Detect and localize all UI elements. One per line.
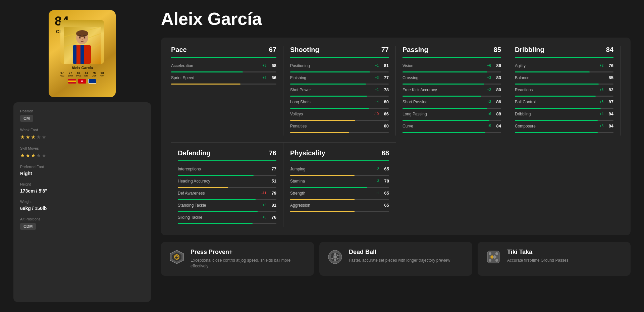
stat-value: 68: [269, 63, 276, 68]
stat-category-dribbling: Dribbling84Agility+276Balance85Reactions…: [508, 46, 621, 136]
card-stat-dri: 84 DRI: [84, 71, 88, 77]
stat-name: Vision: [402, 63, 479, 68]
playstyle-desc-2: Accurate first-time Ground Passes: [507, 258, 569, 263]
stat-item: Long Passing+688: [402, 111, 501, 121]
stat-bar-container: [290, 211, 389, 212]
position-badge: CM: [20, 115, 33, 122]
height-value: 173cm / 5'8": [20, 188, 144, 194]
info-alt-positions: Alt Positions CDM: [20, 217, 144, 230]
stat-name: Stamina: [290, 179, 367, 184]
playstyle-info-0: Press Proven+Exceptional close control a…: [191, 249, 307, 269]
stat-bar-container: [515, 108, 613, 109]
cat-name-pace: Pace: [171, 46, 187, 54]
cat-value-shooting: 77: [381, 46, 389, 54]
stat-modifier: +2: [370, 167, 379, 171]
playstyles-panel: ⬡ Press Proven+Exceptional close control…: [161, 242, 631, 276]
stat-bar: [178, 223, 253, 224]
stat-item: Aggression65: [290, 203, 389, 212]
stat-name: Balance: [515, 75, 591, 80]
stat-modifier: +3: [257, 64, 266, 67]
stat-modifier: +3: [370, 179, 379, 183]
stat-bar-container: [290, 108, 389, 109]
stat-bar-container: [515, 120, 613, 121]
stat-bar: [290, 96, 367, 97]
stat-bar-container: [402, 71, 501, 72]
stat-value: 78: [381, 87, 389, 92]
stat-item: Curve+584: [402, 123, 501, 133]
card-stat-pas: 85 PAS: [76, 71, 81, 77]
stat-value: 51: [269, 178, 276, 184]
card-stats-row: 67 PAC 77 SHO 85 PAS 84 DRI 76 DEF: [60, 71, 105, 77]
stat-bar: [515, 120, 598, 121]
stat-bar: [290, 132, 349, 133]
stat-name: Crossing: [402, 75, 479, 80]
stat-value: 81: [381, 63, 389, 68]
stat-bar: [178, 175, 254, 176]
player-name-header: Aleix García: [161, 10, 631, 31]
cat-name-shooting: Shooting: [290, 46, 319, 54]
preferred-foot-label: Preferred Foot: [20, 165, 144, 169]
stat-name: Agility: [515, 63, 591, 68]
stat-item: Sliding Tackle+676: [178, 215, 276, 224]
stat-modifier: +4: [594, 112, 603, 116]
stat-bar-container: [290, 96, 389, 97]
stat-bar-container: [171, 84, 276, 85]
stat-value: 85: [606, 75, 613, 80]
stat-value: 65: [382, 203, 389, 208]
stat-category-pace: Pace67Acceleration+368Sprint Speed+666: [171, 46, 283, 136]
weight-label: Weight: [20, 200, 144, 204]
flag-bundesliga: B: [78, 79, 86, 84]
stat-bar-container: [290, 175, 389, 176]
stat-value: 84: [494, 123, 501, 128]
position-label: Position: [20, 109, 144, 113]
stat-bar: [178, 199, 256, 200]
stat-category-physicality: Physicality68Jumping+265Stamina+378Stren…: [283, 142, 396, 227]
stat-bar-container: [178, 223, 276, 224]
stat-value: 66: [269, 75, 276, 80]
stat-name: Acceleration: [171, 63, 254, 68]
stat-item: Vision+686: [402, 63, 501, 72]
stat-item: Interceptions77: [178, 166, 276, 176]
left-panel: 84 CM: [13, 10, 151, 302]
cat-value-defending: 76: [269, 149, 276, 157]
weight-value: 68kg / 150lb: [20, 206, 144, 211]
card-flags: B: [68, 79, 96, 84]
stat-item: Shot Power+178: [290, 87, 389, 97]
stat-bar-container: [171, 71, 276, 72]
stat-name: Volleys: [290, 112, 367, 116]
skill-moves-label: Skill Moves: [20, 146, 144, 150]
playstyle-name-0: Press Proven+: [191, 249, 307, 256]
stat-category-passing: Passing85Vision+686Crossing+383Free Kick…: [396, 46, 508, 136]
stat-item: Reactions+382: [515, 87, 613, 97]
playstyle-desc-0: Exceptional close control at jog speed, …: [191, 258, 307, 269]
stat-item: Strength+165: [290, 191, 389, 200]
stat-modifier: +5: [482, 124, 491, 128]
stat-bar: [178, 211, 258, 212]
stat-name: Ball Control: [515, 100, 591, 104]
stat-bar: [171, 84, 240, 85]
stat-value: 78: [382, 178, 389, 184]
stat-value: 84: [606, 123, 613, 128]
stat-bar: [290, 199, 355, 200]
playstyle-desc-1: Faster, accurate set pieces with longer …: [349, 258, 450, 263]
stat-name: Penalties: [290, 124, 367, 128]
alt-positions-badge: CDM: [20, 223, 36, 230]
stat-bar: [515, 84, 599, 85]
stat-bar-container: [290, 132, 389, 133]
stat-bar-container: [515, 71, 613, 72]
stat-name: Heading Accuracy: [178, 179, 254, 184]
stat-category-shooting: Shooting77Positioning+181Finishing+377Sh…: [283, 46, 396, 136]
stat-item: Ball Control+387: [515, 99, 613, 109]
stat-item: Balance85: [515, 75, 613, 85]
stat-item: Volleys-1066: [290, 111, 389, 121]
stat-value: 65: [382, 166, 389, 171]
stat-item: Finishing+377: [290, 75, 389, 85]
stat-name: Free Kick Accuracy: [402, 88, 479, 92]
cat-name-physicality: Physicality: [290, 149, 325, 157]
stat-modifier: +2: [594, 64, 603, 67]
stat-value: 66: [381, 111, 389, 116]
info-position: Position CM: [20, 109, 144, 122]
cat-name-passing: Passing: [402, 46, 428, 54]
stat-bar: [515, 71, 590, 72]
stat-value: 86: [494, 63, 501, 68]
